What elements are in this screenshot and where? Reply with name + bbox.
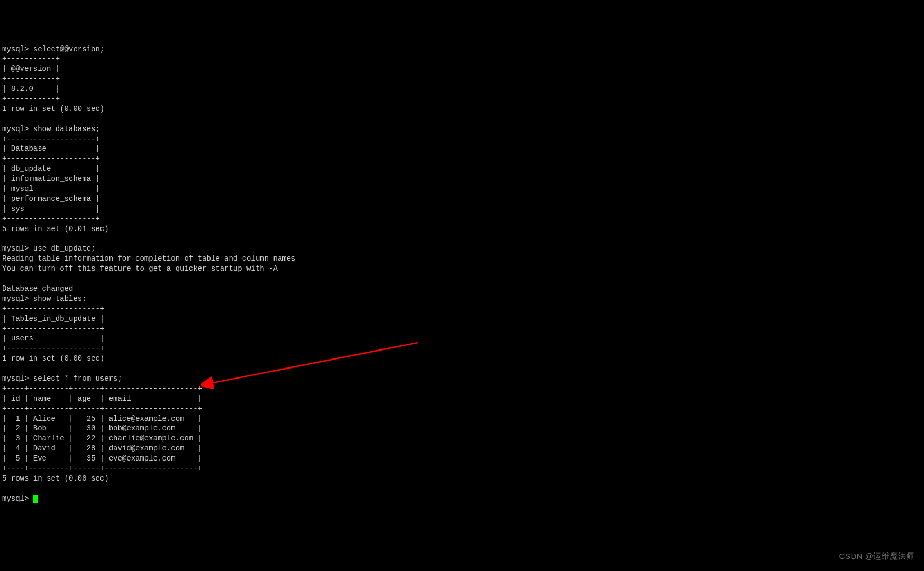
line: +---------------------+ [2, 305, 104, 313]
line: 5 rows in set (0.00 sec) [2, 474, 109, 483]
line: 5 rows in set (0.01 sec) [2, 225, 109, 233]
line: +----+---------+------+-----------------… [2, 404, 202, 413]
line: | Tables_in_db_update | [2, 315, 104, 323]
line: +---------------------+ [2, 325, 104, 333]
line: | id | name | age | email | [2, 394, 202, 403]
line: | mysql | [2, 185, 100, 193]
line: Reading table information for completion… [2, 254, 296, 263]
line: +-----------+ [2, 54, 60, 63]
line: | Database | [2, 144, 100, 153]
line: mysql> show tables; [2, 294, 87, 303]
line: mysql> use db_update; [2, 244, 95, 253]
line: mysql> show databases; [2, 125, 100, 133]
prompt-line[interactable]: mysql> [2, 494, 38, 503]
line: | sys | [2, 205, 100, 213]
line: | 1 | Alice | 25 | alice@example.com | [2, 415, 202, 423]
line: | 4 | David | 28 | david@example.com | [2, 444, 202, 453]
line: +-----------+ [2, 75, 60, 83]
line: +--------------------+ [2, 154, 100, 163]
line: | 3 | Charlie | 22 | charlie@example.com… [2, 434, 202, 443]
line: | users | [2, 334, 104, 343]
line: You can turn off this feature to get a q… [2, 264, 278, 273]
line: +--------------------+ [2, 135, 100, 143]
line: | performance_schema | [2, 195, 100, 203]
line: | information_schema | [2, 174, 100, 183]
line: +-----------+ [2, 95, 60, 103]
line: mysql> select@@version; [2, 45, 104, 53]
line: +----+---------+------+-----------------… [2, 384, 202, 393]
line: +--------------------+ [2, 215, 100, 223]
line: | 8.2.0 | [2, 85, 60, 93]
line: 1 row in set (0.00 sec) [2, 105, 104, 113]
terminal-output: mysql> select@@version; +-----------+ | … [2, 44, 922, 504]
line: | 2 | Bob | 30 | bob@example.com | [2, 424, 202, 432]
line: | db_update | [2, 164, 100, 173]
line: | @@version | [2, 65, 60, 73]
line: | 5 | Eve | 35 | eve@example.com | [2, 454, 202, 463]
line: 1 row in set (0.00 sec) [2, 354, 104, 363]
watermark: CSDN @运维魔法师 [839, 551, 914, 561]
line: mysql> select * from users; [2, 374, 122, 383]
line: Database changed [2, 284, 73, 293]
line: +----+---------+------+-----------------… [2, 464, 202, 473]
cursor-icon [33, 495, 38, 503]
line: +---------------------+ [2, 344, 104, 353]
